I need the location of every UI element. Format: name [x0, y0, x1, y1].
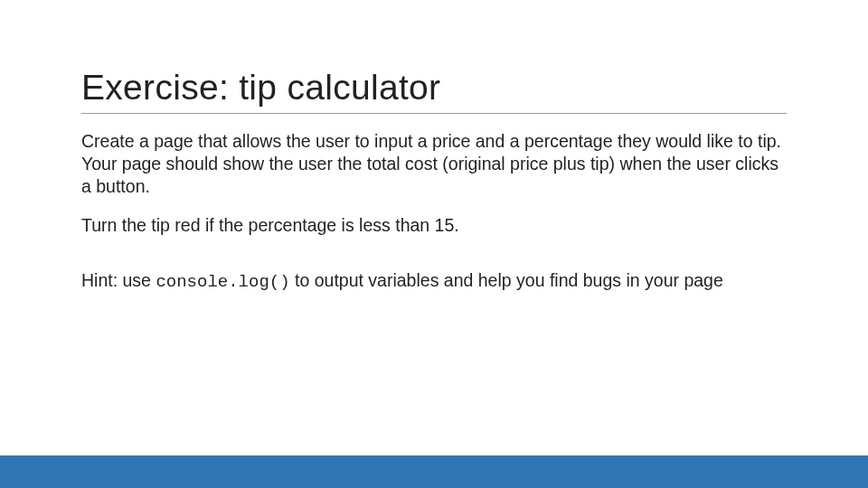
- hint-suffix: to output variables and help you find bu…: [290, 270, 723, 290]
- hint-code: console.log(): [156, 272, 289, 292]
- slide: Exercise: tip calculator Create a page t…: [0, 0, 868, 488]
- paragraph-1: Create a page that allows the user to in…: [81, 130, 787, 198]
- footer-bar: [0, 455, 868, 488]
- hint-prefix: Hint: use: [81, 270, 156, 290]
- paragraph-2: Turn the tip red if the percentage is le…: [81, 214, 787, 237]
- slide-title: Exercise: tip calculator: [81, 68, 787, 114]
- paragraph-hint: Hint: use console.log() to output variab…: [81, 269, 787, 293]
